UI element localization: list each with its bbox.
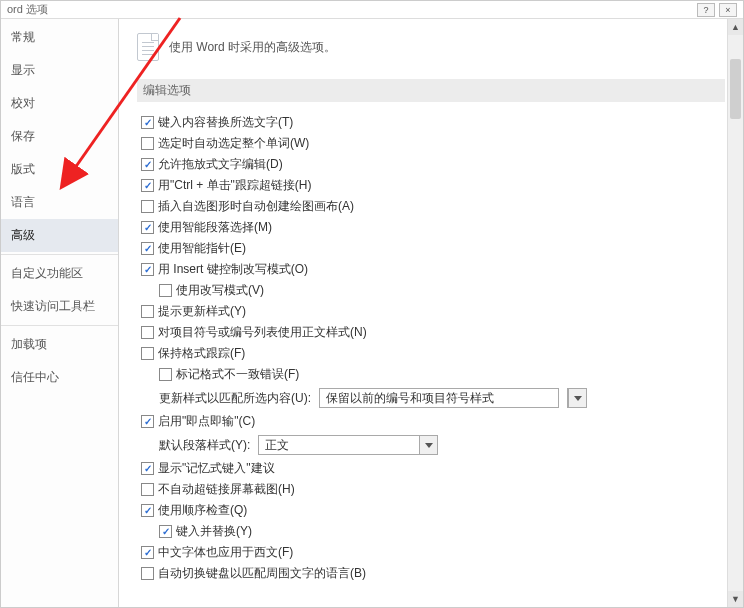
checkbox-icon[interactable] (141, 415, 154, 428)
sidebar-item-customize-ribbon[interactable]: 自定义功能区 (1, 257, 118, 290)
options-dialog: ord 选项 ? × 常规 显示 校对 保存 版式 语言 高级 自定义功能区 快… (0, 0, 744, 608)
chevron-down-icon (568, 389, 586, 407)
opt-mark-inconsistent-formatting[interactable]: 标记格式不一致错误(F) (141, 364, 725, 385)
scrollbar-vertical[interactable]: ▲ ▼ (727, 19, 743, 607)
checkbox-icon[interactable] (141, 347, 154, 360)
checkbox-icon[interactable] (141, 263, 154, 276)
opt-label: 对项目符号或编号列表使用正文样式(N) (158, 324, 367, 341)
body: 常规 显示 校对 保存 版式 语言 高级 自定义功能区 快速访问工具栏 加载项 … (1, 19, 743, 607)
opt-show-autocomplete[interactable]: 显示"记忆式键入"建议 (141, 458, 725, 479)
page-icon (137, 33, 159, 61)
sidebar-item-save[interactable]: 保存 (1, 120, 118, 153)
sidebar-item-general[interactable]: 常规 (1, 21, 118, 54)
section-header-edit: 编辑选项 (137, 79, 725, 102)
help-button[interactable]: ? (697, 3, 715, 17)
opt-auto-switch-keyboard[interactable]: 自动切换键盘以匹配周围文字的语言(B) (141, 563, 725, 584)
opt-ctrl-click-hyperlink[interactable]: 用"Ctrl + 单击"跟踪超链接(H) (141, 175, 725, 196)
options-list: 键入内容替换所选文字(T) 选定时自动选定整个单词(W) 允许拖放式文字编辑(D… (137, 112, 725, 584)
sidebar-item-label: 校对 (11, 96, 35, 110)
close-button[interactable]: × (719, 3, 737, 17)
opt-label: 保持格式跟踪(F) (158, 345, 245, 362)
field-update-style: 更新样式以匹配所选内容(U): 保留以前的编号和项目符号样式 (141, 385, 725, 411)
opt-select-whole-word[interactable]: 选定时自动选定整个单词(W) (141, 133, 725, 154)
checkbox-icon[interactable] (141, 483, 154, 496)
opt-label: 中文字体也应用于西文(F) (158, 544, 293, 561)
opt-insert-key-overtype[interactable]: 用 Insert 键控制改写模式(O) (141, 259, 725, 280)
opt-drag-drop-edit[interactable]: 允许拖放式文字编辑(D) (141, 154, 725, 175)
opt-type-and-replace[interactable]: 键入并替换(Y) (141, 521, 725, 542)
checkbox-icon[interactable] (141, 462, 154, 475)
scroll-up-icon[interactable]: ▲ (728, 19, 743, 35)
checkbox-icon[interactable] (141, 158, 154, 171)
sidebar-item-language[interactable]: 语言 (1, 186, 118, 219)
opt-label: 显示"记忆式键入"建议 (158, 460, 275, 477)
checkbox-icon[interactable] (141, 242, 154, 255)
opt-label: 允许拖放式文字编辑(D) (158, 156, 283, 173)
checkbox-icon[interactable] (141, 116, 154, 129)
opt-label: 标记格式不一致错误(F) (176, 366, 299, 383)
sidebar-item-addins[interactable]: 加载项 (1, 328, 118, 361)
checkbox-icon[interactable] (141, 179, 154, 192)
sidebar-item-label: 自定义功能区 (11, 266, 83, 280)
opt-label: 不自动超链接屏幕截图(H) (158, 481, 295, 498)
opt-label: 启用"即点即输"(C) (158, 413, 255, 430)
checkbox-icon[interactable] (141, 200, 154, 213)
sidebar-item-advanced[interactable]: 高级 (1, 219, 118, 252)
header-text: 使用 Word 时采用的高级选项。 (169, 39, 336, 56)
opt-click-and-type[interactable]: 启用"即点即输"(C) (141, 411, 725, 432)
checkbox-icon[interactable] (141, 546, 154, 559)
checkbox-icon[interactable] (141, 221, 154, 234)
checkbox-icon[interactable] (141, 504, 154, 517)
opt-label: 用"Ctrl + 单击"跟踪超链接(H) (158, 177, 312, 194)
sidebar-item-label: 常规 (11, 30, 35, 44)
checkbox-icon[interactable] (159, 284, 172, 297)
opt-label: 键入并替换(Y) (176, 523, 252, 540)
sidebar-separator (1, 325, 118, 326)
opt-apply-asian-font-to-latin[interactable]: 中文字体也应用于西文(F) (141, 542, 725, 563)
sidebar-item-display[interactable]: 显示 (1, 54, 118, 87)
opt-label: 提示更新样式(Y) (158, 303, 246, 320)
opt-use-sequence-check[interactable]: 使用顺序检查(Q) (141, 500, 725, 521)
window-title: ord 选项 (7, 2, 48, 17)
header-row: 使用 Word 时采用的高级选项。 (137, 33, 725, 61)
opt-prompt-update-style[interactable]: 提示更新样式(Y) (141, 301, 725, 322)
checkbox-icon[interactable] (159, 368, 172, 381)
sidebar-item-label: 加载项 (11, 337, 47, 351)
opt-label: 用 Insert 键控制改写模式(O) (158, 261, 308, 278)
chevron-down-icon (419, 436, 437, 454)
sidebar-item-quick-access[interactable]: 快速访问工具栏 (1, 290, 118, 323)
checkbox-icon[interactable] (141, 567, 154, 580)
titlebar-buttons: ? × (697, 3, 737, 17)
sidebar-separator (1, 254, 118, 255)
update-style-combo[interactable]: 保留以前的编号和项目符号样式 (319, 388, 559, 408)
opt-track-formatting[interactable]: 保持格式跟踪(F) (141, 343, 725, 364)
titlebar: ord 选项 ? × (1, 1, 743, 19)
checkbox-icon[interactable] (141, 305, 154, 318)
opt-auto-drawing-canvas[interactable]: 插入自选图形时自动创建绘图画布(A) (141, 196, 725, 217)
opt-label: 键入内容替换所选文字(T) (158, 114, 293, 131)
scroll-thumb[interactable] (730, 59, 741, 119)
checkbox-icon[interactable] (141, 137, 154, 150)
sidebar-item-trust-center[interactable]: 信任中心 (1, 361, 118, 394)
opt-no-auto-hyperlink-screenshot[interactable]: 不自动超链接屏幕截图(H) (141, 479, 725, 500)
main-panel: 使用 Word 时采用的高级选项。 编辑选项 键入内容替换所选文字(T) 选定时… (119, 19, 743, 607)
field-label: 默认段落样式(Y): (159, 437, 250, 454)
opt-smart-cursor[interactable]: 使用智能指针(E) (141, 238, 725, 259)
checkbox-icon[interactable] (141, 326, 154, 339)
scroll-down-icon[interactable]: ▼ (728, 591, 743, 607)
update-style-combo-arrow[interactable] (567, 388, 587, 408)
combo-value: 保留以前的编号和项目符号样式 (320, 390, 500, 407)
opt-normal-style-for-lists[interactable]: 对项目符号或编号列表使用正文样式(N) (141, 322, 725, 343)
sidebar-item-proofing[interactable]: 校对 (1, 87, 118, 120)
field-default-paragraph-style: 默认段落样式(Y): 正文 (141, 432, 725, 458)
opt-typing-replaces-selection[interactable]: 键入内容替换所选文字(T) (141, 112, 725, 133)
sidebar-item-label: 高级 (11, 228, 35, 242)
sidebar-item-label: 保存 (11, 129, 35, 143)
sidebar-item-label: 显示 (11, 63, 35, 77)
opt-label: 使用智能指针(E) (158, 240, 246, 257)
default-paragraph-combo[interactable]: 正文 (258, 435, 438, 455)
opt-use-overtype-mode[interactable]: 使用改写模式(V) (141, 280, 725, 301)
checkbox-icon[interactable] (159, 525, 172, 538)
opt-smart-paragraph-select[interactable]: 使用智能段落选择(M) (141, 217, 725, 238)
sidebar-item-layout[interactable]: 版式 (1, 153, 118, 186)
